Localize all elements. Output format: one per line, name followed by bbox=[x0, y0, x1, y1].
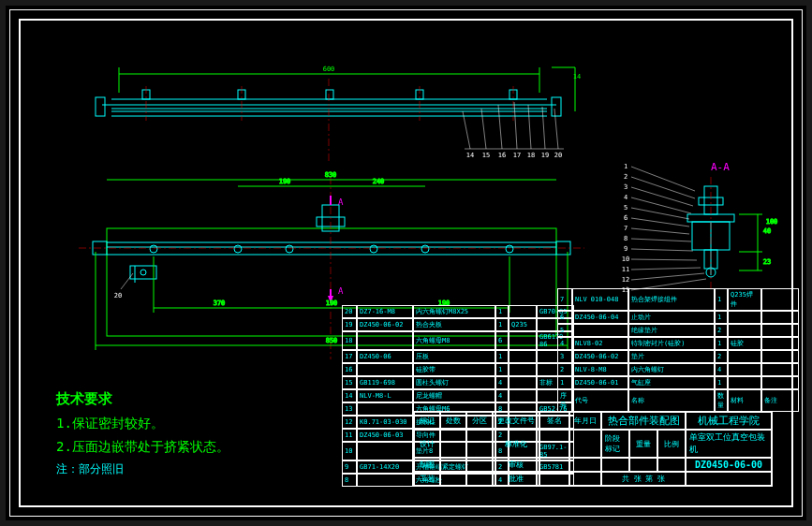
svg-text:17: 17 bbox=[513, 152, 521, 159]
bom-cell: 气缸座 bbox=[628, 376, 715, 389]
svg-text:100: 100 bbox=[766, 218, 778, 226]
bom-cell bbox=[728, 363, 761, 376]
bom-cell: 硅胶 bbox=[728, 337, 761, 350]
svg-line-22 bbox=[463, 111, 470, 149]
dim-top-600: 600 bbox=[323, 66, 335, 73]
bom-cell: DZ450-06-04 bbox=[572, 311, 628, 324]
bom-cell: Q235 bbox=[509, 318, 537, 331]
bom-cell: 1 bbox=[495, 318, 509, 331]
dim-top-14: 14 bbox=[573, 73, 581, 80]
svg-line-105 bbox=[631, 268, 701, 270]
bom-cell: 1 bbox=[715, 337, 728, 350]
svg-text:370: 370 bbox=[214, 300, 226, 307]
svg-point-48 bbox=[506, 245, 513, 253]
bom-cell: NLV-M8-L bbox=[357, 389, 413, 402]
bom-cell: 3 bbox=[557, 350, 572, 363]
svg-text:190: 190 bbox=[326, 300, 338, 307]
tech-req-title: 技术要求 bbox=[56, 387, 229, 412]
top-view: 600 14 14 15 16 17 18 19 bbox=[96, 66, 581, 163]
svg-text:A: A bbox=[338, 286, 344, 296]
svg-text:4: 4 bbox=[624, 194, 627, 201]
bom-cell: 6 bbox=[557, 311, 572, 324]
bom-cell bbox=[509, 305, 537, 318]
svg-text:40: 40 bbox=[763, 227, 771, 235]
svg-text:850: 850 bbox=[326, 337, 338, 344]
bom-cell: 热合架焊接组件 bbox=[628, 288, 715, 311]
bom-cell: 特制密封片(硅胶) bbox=[628, 337, 715, 350]
bom-cell: 绝缘垫片 bbox=[628, 324, 715, 337]
section-a-a: A-A 40 bbox=[622, 161, 778, 294]
svg-text:10: 10 bbox=[622, 256, 629, 263]
bom-cell: 18 bbox=[342, 331, 357, 350]
bom-cell bbox=[761, 288, 799, 311]
bom-cell: 2 bbox=[715, 350, 728, 363]
svg-point-43 bbox=[150, 245, 157, 253]
svg-text:6: 6 bbox=[624, 214, 627, 222]
bom-cell bbox=[761, 350, 799, 363]
svg-rect-9 bbox=[326, 90, 333, 99]
bom-cell: 7 bbox=[557, 288, 572, 311]
bom-cell: 4 bbox=[557, 337, 572, 350]
svg-point-46 bbox=[370, 245, 377, 253]
svg-text:18: 18 bbox=[527, 152, 535, 159]
bom-cell: 17 bbox=[342, 350, 357, 363]
bom-cell: 6 bbox=[495, 331, 509, 350]
svg-text:23: 23 bbox=[763, 258, 771, 266]
bom-cell: 10 bbox=[342, 442, 357, 460]
bom-cell: 1 bbox=[715, 288, 728, 311]
bom-cell: 1 bbox=[715, 311, 728, 324]
tech-req-line2: 2.压面边嵌带处于挤紧状态。 bbox=[56, 435, 229, 459]
bom-cell: DZ450-06-01 bbox=[572, 376, 628, 389]
svg-text:830: 830 bbox=[325, 171, 337, 179]
bom-cell: DZ450-06 bbox=[357, 350, 413, 363]
svg-text:190: 190 bbox=[279, 178, 291, 185]
svg-text:8: 8 bbox=[624, 235, 627, 242]
bom-cell: 圆柱头螺钉 bbox=[413, 376, 495, 389]
drawing-number: DZ0450-06-00 bbox=[686, 458, 772, 472]
bom-cell: 13 bbox=[342, 402, 357, 416]
bom-cell: 压板 bbox=[413, 350, 495, 363]
svg-text:20: 20 bbox=[554, 152, 562, 159]
bom-cell: 5 bbox=[557, 324, 572, 337]
bom-cell: 20 bbox=[342, 305, 357, 318]
bom-cell bbox=[357, 442, 413, 460]
svg-line-97 bbox=[631, 187, 693, 206]
bom-cell bbox=[761, 324, 799, 337]
svg-line-28 bbox=[554, 109, 558, 149]
bom-cell: 16 bbox=[342, 363, 357, 376]
svg-line-95 bbox=[631, 167, 695, 191]
bom-cell bbox=[572, 324, 628, 337]
bom-cell: NLV-8-M8 bbox=[572, 363, 628, 376]
bom-cell: 内六角螺钉M8X25 bbox=[413, 305, 495, 318]
svg-line-104 bbox=[631, 259, 697, 260]
bom-cell bbox=[357, 402, 413, 416]
bom-cell: 2 bbox=[557, 363, 572, 376]
bom-cell bbox=[761, 311, 799, 324]
svg-line-99 bbox=[631, 208, 689, 219]
bom-cell: 19 bbox=[342, 318, 357, 331]
svg-line-23 bbox=[481, 109, 486, 149]
bom-cell bbox=[728, 376, 761, 389]
svg-text:19: 19 bbox=[541, 152, 549, 159]
svg-point-44 bbox=[234, 245, 242, 253]
svg-rect-5 bbox=[96, 97, 105, 116]
bom-cell: 六角螺母M8 bbox=[413, 331, 495, 350]
top-balloons: 14 15 16 17 18 19 20 bbox=[463, 102, 564, 159]
svg-text:A: A bbox=[338, 197, 344, 207]
svg-point-60 bbox=[140, 270, 146, 275]
institution: 机械工程学院 bbox=[686, 412, 772, 430]
product: 单室双工位真空包装机 bbox=[686, 430, 772, 458]
bom-cell bbox=[509, 389, 537, 402]
bom-cell: GB119-698 bbox=[357, 376, 413, 389]
svg-text:240: 240 bbox=[373, 178, 385, 185]
svg-line-96 bbox=[631, 177, 695, 198]
svg-rect-6 bbox=[552, 97, 561, 116]
svg-line-101 bbox=[631, 228, 689, 234]
bom-cell: Q235焊件 bbox=[728, 288, 761, 311]
tech-req-line1: 1.保证密封较好。 bbox=[56, 412, 229, 435]
title-block: 标记 处数 分区 更改文件号 签名 年月日 热合部件装配图 机械工程学院 设计 … bbox=[413, 411, 773, 487]
bom-cell: 硅胶带 bbox=[413, 363, 495, 376]
bom-cell: DZ450-06-02 bbox=[572, 350, 628, 363]
technical-requirements: 技术要求 1.保证密封较好。 2.压面边嵌带处于挤紧状态。 bbox=[56, 387, 229, 459]
svg-text:11: 11 bbox=[622, 266, 629, 273]
